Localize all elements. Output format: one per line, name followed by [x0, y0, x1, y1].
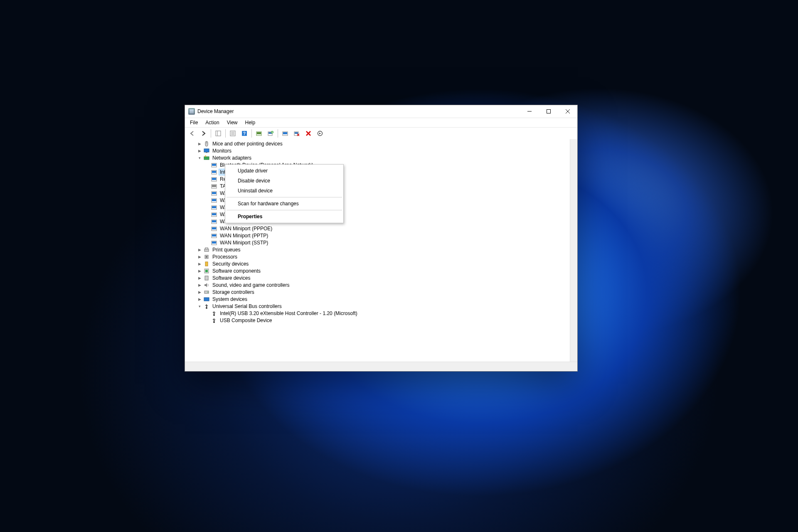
- help-icon: ?: [241, 131, 247, 136]
- toolbar-forward[interactable]: [198, 128, 209, 139]
- tree-item-usb-controllers[interactable]: ▾Universal Serial Bus controllers: [187, 303, 577, 310]
- svg-rect-59: [206, 256, 207, 258]
- toolbar-help[interactable]: ?: [239, 128, 250, 139]
- minimize-button[interactable]: [520, 105, 539, 118]
- toolbar-properties[interactable]: [227, 128, 238, 139]
- svg-rect-37: [212, 178, 216, 180]
- tree-item-usb-xhci[interactable]: Intel(R) USB 3.20 eXtensible Host Contro…: [187, 310, 577, 317]
- minimize-icon: [527, 109, 532, 113]
- menu-help[interactable]: Help: [242, 119, 259, 126]
- usb-icon: [211, 317, 217, 324]
- toolbar-disable[interactable]: [291, 128, 302, 139]
- svg-rect-45: [212, 206, 216, 208]
- chevron-down-icon[interactable]: ▾: [197, 155, 202, 161]
- svg-rect-66: [204, 298, 209, 301]
- svg-rect-35: [212, 171, 216, 173]
- tree-item-monitors[interactable]: ▶Monitors: [187, 147, 577, 154]
- chevron-right-icon[interactable]: ▶: [197, 296, 202, 302]
- svg-text:?: ?: [243, 131, 246, 136]
- usb-icon: [203, 303, 210, 310]
- toolbar-back[interactable]: [187, 128, 197, 139]
- toolbar-scan-hardware[interactable]: [254, 128, 264, 139]
- svg-rect-53: [212, 234, 216, 236]
- update-driver-icon: [282, 131, 288, 136]
- svg-rect-4: [216, 131, 221, 136]
- uninstall-icon: [305, 131, 311, 136]
- scan-icon: [256, 131, 262, 136]
- ctx-scan-hardware[interactable]: Scan for hardware changes: [226, 199, 342, 209]
- toolbar-enable[interactable]: [315, 128, 325, 139]
- maximize-icon: [547, 109, 551, 113]
- svg-rect-49: [212, 220, 216, 222]
- network-adapter-icon: [211, 169, 217, 175]
- titlebar[interactable]: Device Manager: [185, 105, 577, 118]
- ctx-separator: [227, 197, 342, 197]
- tree-item-security-devices[interactable]: ▶Security devices: [187, 260, 577, 267]
- svg-rect-13: [257, 132, 261, 134]
- svg-rect-33: [212, 164, 216, 166]
- svg-rect-43: [212, 199, 216, 201]
- network-adapter-icon: [211, 183, 217, 190]
- ctx-disable-device[interactable]: Disable device: [226, 176, 342, 186]
- add-hardware-icon: [268, 131, 273, 136]
- svg-rect-20: [283, 132, 287, 134]
- svg-rect-60: [205, 262, 208, 266]
- chevron-right-icon[interactable]: ▶: [197, 261, 202, 267]
- tree-item-storage-controllers[interactable]: ▶Storage controllers: [187, 288, 577, 296]
- ctx-properties[interactable]: Properties: [226, 212, 342, 222]
- tree-item-mice[interactable]: ▶Mice and other pointing devices: [187, 140, 577, 147]
- menu-view[interactable]: View: [224, 119, 241, 126]
- chevron-right-icon[interactable]: ▶: [197, 247, 202, 253]
- tree-item-system-devices[interactable]: ▶System devices: [187, 296, 577, 303]
- toolbar-add-legacy[interactable]: [265, 128, 276, 139]
- tree-item-network-adapters[interactable]: ▾Network adapters: [187, 154, 577, 161]
- vertical-scrollbar[interactable]: [570, 139, 577, 362]
- network-adapter-icon: [211, 197, 217, 204]
- monitor-icon: [203, 148, 210, 154]
- svg-point-65: [207, 292, 208, 293]
- ctx-update-driver[interactable]: Update driver: [226, 166, 342, 176]
- close-button[interactable]: [558, 105, 577, 118]
- chevron-right-icon[interactable]: ▶: [197, 289, 202, 295]
- svg-rect-31: [205, 155, 206, 157]
- tree-item-processors[interactable]: ▶Processors: [187, 253, 577, 260]
- tree-item-software-devices[interactable]: ▶Software devices: [187, 274, 577, 281]
- svg-rect-47: [212, 213, 216, 215]
- menubar: File Action View Help: [185, 118, 577, 128]
- svg-rect-41: [212, 192, 216, 194]
- chevron-right-icon[interactable]: ▶: [197, 268, 202, 274]
- ctx-uninstall-device[interactable]: Uninstall device: [226, 186, 342, 196]
- network-adapter-icon: [211, 190, 217, 197]
- maximize-button[interactable]: [539, 105, 558, 118]
- storage-icon: [203, 289, 210, 296]
- tree-item-usb-composite[interactable]: USB Composite Device: [187, 317, 577, 324]
- tree-item-software-components[interactable]: ▶Software components: [187, 267, 577, 274]
- toolbar-uninstall[interactable]: [303, 128, 314, 139]
- network-adapter-icon: [211, 204, 217, 211]
- chevron-right-icon[interactable]: ▶: [197, 148, 202, 154]
- toolbar-show-hide-tree[interactable]: [213, 128, 224, 139]
- svg-rect-28: [204, 149, 209, 152]
- tree-item-sound-video-game[interactable]: ▶Sound, video and game controllers: [187, 281, 577, 288]
- tree-item-print-queues[interactable]: ▶Print queues: [187, 246, 577, 253]
- disable-icon: [294, 131, 300, 136]
- software-device-icon: [203, 275, 210, 281]
- chevron-down-icon[interactable]: ▾: [197, 303, 202, 309]
- arrow-left-icon: [189, 131, 195, 136]
- tree-item-wan-pppoe[interactable]: WAN Miniport (PPPOE): [187, 225, 577, 232]
- toolbar-update-driver[interactable]: [280, 128, 291, 139]
- menu-file[interactable]: File: [187, 119, 201, 126]
- svg-rect-22: [295, 132, 298, 134]
- chevron-right-icon[interactable]: ▶: [197, 141, 202, 147]
- chevron-right-icon[interactable]: ▶: [197, 275, 202, 281]
- chevron-right-icon[interactable]: ▶: [197, 254, 202, 260]
- tree-item-wan-sstp[interactable]: WAN Miniport (SSTP): [187, 239, 577, 246]
- menu-action[interactable]: Action: [202, 119, 222, 126]
- chevron-right-icon[interactable]: ▶: [197, 282, 202, 288]
- svg-rect-56: [204, 249, 209, 251]
- svg-rect-51: [212, 227, 216, 229]
- tree-item-wan-pptp[interactable]: WAN Miniport (PPTP): [187, 232, 577, 239]
- svg-rect-39: [212, 185, 216, 187]
- network-adapter-icon: [211, 176, 217, 182]
- network-adapter-icon: [211, 232, 217, 239]
